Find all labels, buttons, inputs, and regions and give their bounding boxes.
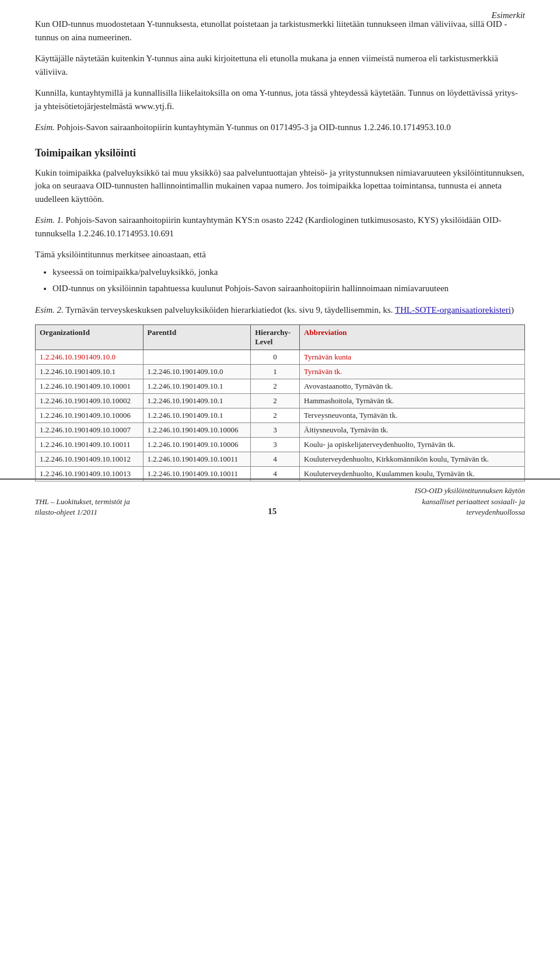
table-cell-parent: 1.2.246.10.1901409.10.1 [143,394,251,408]
table-row: 1.2.246.10.1901409.10.100061.2.246.10.19… [36,408,525,423]
table-header-org: OrganizationId [36,325,144,350]
table-cell-org: 1.2.246.10.1901409.10.10002 [36,394,144,408]
table-cell-org: 1.2.246.10.1901409.10.10011 [36,438,144,452]
example-1-label: Esim. [35,123,55,132]
table-cell-abbr: Tyrnävän tk. [300,365,525,379]
example-1: Esim. Pohjois-Savon sairaanhoitopiirin k… [35,121,525,134]
table-header-abbr: Abbreviation [300,325,525,350]
table-cell-org: 1.2.246.10.1901409.10.10012 [36,452,144,467]
table-cell-level: 2 [251,379,300,394]
table-header-hierarchy: Hierarchy-Level [251,325,300,350]
table-cell-org: 1.2.246.10.1901409.10.0 [36,350,144,365]
example-2: Esim. 1. Pohjois-Savon sairaanhoitopiiri… [35,214,525,240]
table-cell-org: 1.2.246.10.1901409.10.10007 [36,423,144,438]
footer-left: THL – Luokitukset, termistöt ja tilasto-… [35,497,130,518]
table-cell-parent: 1.2.246.10.1901409.10.1 [143,379,251,394]
example-3-label: Esim. 2. [35,305,64,315]
table-cell-abbr: Hammashoitola, Tyrnävän tk. [300,394,525,408]
thl-sote-link[interactable]: THL-SOTE-organisaatiorekisteri [395,305,511,315]
table-cell-abbr: Koulu- ja opiskelijaterveydenhuolto, Tyr… [300,438,525,452]
table-cell-level: 3 [251,438,300,452]
paragraph-1: Kun OID-tunnus muodostetaan Y-tunnuksest… [35,18,525,44]
table-cell-level: 2 [251,394,300,408]
example-2-label: Esim. 1. [35,215,64,225]
footer-left-line2: tilasto-ohjeet 1/2011 [35,508,97,516]
footer-left-line1: THL – Luokitukset, termistöt ja [35,497,130,506]
table-row: 1.2.246.10.1901409.10.100111.2.246.10.19… [36,438,525,452]
section-heading-toimipaikan: Toimipaikan yksilöinti [35,147,525,159]
organization-table: OrganizationId ParentId Hierarchy-Level … [35,324,525,481]
page-header-label: Esimerkit [492,11,526,20]
paragraph-2: Käyttäjälle näytetään kuitenkin Y-tunnus… [35,52,525,78]
table-row: 1.2.246.10.1901409.10.100121.2.246.10.19… [36,452,525,467]
table-cell-parent: 1.2.246.10.1901409.10.1 [143,408,251,423]
table-cell-parent: 1.2.246.10.1901409.10.0 [143,365,251,379]
table-cell-level: 0 [251,350,300,365]
table-cell-level: 3 [251,423,300,438]
footer-page-number: 15 [268,505,276,518]
example-3: Esim. 2. Tyrnävän terveyskeskuksen palve… [35,303,525,317]
paragraph-4: Kukin toimipaikka (palveluyksikkö tai mu… [35,166,525,206]
table-cell-abbr: Terveysneuvonta, Tyrnävän tk. [300,408,525,423]
table-header-parent: ParentId [143,325,251,350]
table-row: 1.2.246.10.1901409.10.00Tyrnävän kunta [36,350,525,365]
table-cell-parent [143,350,251,365]
table-cell-parent: 1.2.246.10.1901409.10.10011 [143,452,251,467]
table-cell-level: 1 [251,365,300,379]
example-3-end: ) [511,305,514,315]
page-footer: THL – Luokitukset, termistöt ja tilasto-… [0,478,560,528]
paragraph-5: Tämä yksilöintitunnus merkitsee ainoasta… [35,248,525,295]
footer-right-line1: ISO-OID yksilöintitunnuksen käytön [415,486,525,495]
table-row: 1.2.246.10.1901409.10.100021.2.246.10.19… [36,394,525,408]
bullet-list: kyseessä on toimipaikka/palveluyksikkö, … [52,265,525,295]
footer-right-line3: terveydenhuollossa [467,508,525,516]
table-row: 1.2.246.10.1901409.10.100071.2.246.10.19… [36,423,525,438]
bullet-item: OID-tunnus on yksilöinnin tapahtuessa ku… [52,281,525,295]
table-row: 1.2.246.10.1901409.10.11.2.246.10.190140… [36,365,525,379]
table-cell-org: 1.2.246.10.1901409.10.1 [36,365,144,379]
paragraph-3: Kunnilla, kuntayhtymillä ja kunnallisill… [35,86,525,113]
table-cell-abbr: Äitiysneuvola, Tyrnävän tk. [300,423,525,438]
footer-right-line2: kansalliset periaatteet sosiaali- ja [422,497,525,506]
table-cell-abbr: Kouluterveydenhuolto, Kirkkomännikön kou… [300,452,525,467]
example-1-text: Pohjois-Savon sairaanhoitopiirin kuntayh… [55,123,451,132]
table-cell-level: 4 [251,452,300,467]
table-cell-org: 1.2.246.10.1901409.10.10001 [36,379,144,394]
table-cell-level: 2 [251,408,300,423]
example-3-text: Tyrnävän terveyskeskuksen palveluyksiköi… [64,305,395,315]
example-2-text: Pohjois-Savon sairaanhoitopiirin kuntayh… [35,215,502,238]
table-cell-abbr: Tyrnävän kunta [300,350,525,365]
footer-right: ISO-OID yksilöintitunnuksen käytön kansa… [415,485,525,518]
table-row: 1.2.246.10.1901409.10.100011.2.246.10.19… [36,379,525,394]
table-cell-org: 1.2.246.10.1901409.10.10006 [36,408,144,423]
table-cell-abbr: Avovastaanotto, Tyrnävän tk. [300,379,525,394]
table-cell-parent: 1.2.246.10.1901409.10.10006 [143,438,251,452]
table-cell-parent: 1.2.246.10.1901409.10.10006 [143,423,251,438]
bullet-item: kyseessä on toimipaikka/palveluyksikkö, … [52,265,525,279]
